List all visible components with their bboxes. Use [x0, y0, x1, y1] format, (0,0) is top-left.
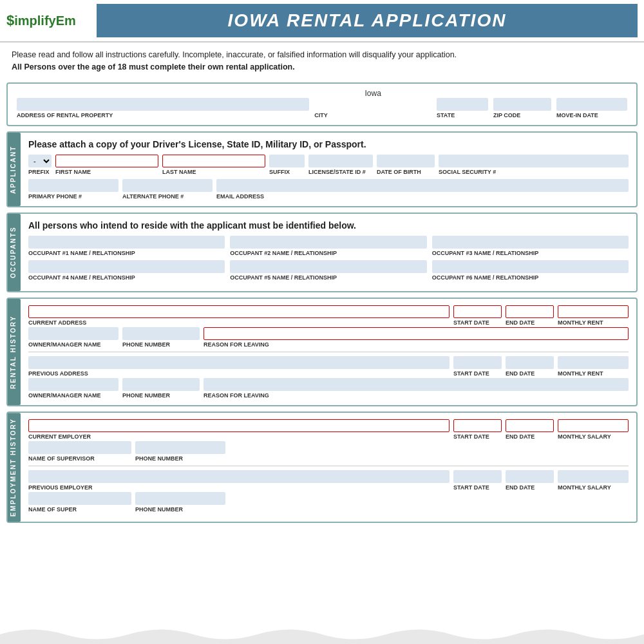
alt-phone-input[interactable] — [122, 179, 213, 192]
occupants-section: OCCUPANTS All persons who intend to resi… — [6, 213, 638, 292]
occupants-title: All persons who intend to reside with th… — [28, 220, 629, 231]
rh-end-input[interactable] — [506, 305, 554, 318]
property-city-label: CITY — [314, 112, 431, 118]
occ6-input[interactable] — [432, 260, 629, 273]
rh-prev-row2: OWNER/MANAGER NAME PHONE NUMBER REASON F… — [28, 378, 629, 399]
lastname-input[interactable] — [162, 155, 265, 167]
suffix-input[interactable] — [269, 155, 305, 167]
rh-prev-row1: PREVIOUS ADDRESS START DATE END DATE MON… — [28, 356, 629, 377]
page-title: IOWA RENTAL APPLICATION — [97, 4, 638, 37]
rh-reason-input[interactable] — [204, 327, 629, 340]
rh-prev-rent-input[interactable] — [558, 356, 629, 369]
rh-reason-label: REASON FOR LEAVING — [204, 341, 629, 348]
rh-prev-addr-input[interactable] — [28, 356, 450, 369]
rh-phone-input[interactable] — [122, 327, 200, 340]
email-input[interactable] — [216, 179, 629, 192]
rh-prev-owner-input[interactable] — [28, 378, 118, 391]
dob-label: DATE OF BIRTH — [377, 169, 435, 175]
rh-prev-start-input[interactable] — [453, 356, 502, 369]
eh-prev-employer-group: PREVIOUS EMPLOYER — [28, 470, 450, 491]
eh-start-input[interactable] — [453, 419, 502, 432]
rental-history-section: RENTAL HISTORY CURRENT ADDRESS START DAT… — [6, 298, 638, 406]
rh-current-addr-input[interactable] — [28, 305, 450, 318]
rh-prev-rent-label: MONTHLY RENT — [558, 370, 629, 377]
rh-prev-rent-group: MONTHLY RENT — [558, 356, 629, 377]
email-label: EMAIL ADDRESS — [216, 193, 629, 200]
rh-prev-reason-input[interactable] — [204, 378, 629, 391]
employment-history-section: EMPLOYMENT HISTORY CURRENT EMPLOYER STAR… — [6, 412, 638, 523]
eh-prev-super-row: NAME OF SUPER PHONE NUMBER — [28, 492, 629, 513]
eh-prev-employer-input[interactable] — [28, 470, 450, 483]
occ2-group: OCCUPANT #2 NAME / RELATIONSHIP — [230, 236, 426, 256]
eh-prev-end-input[interactable] — [506, 470, 554, 483]
dob-input[interactable] — [377, 155, 435, 167]
rh-owner-input[interactable] — [28, 327, 118, 340]
eh-spacer — [229, 441, 629, 462]
occ4-input[interactable] — [28, 260, 225, 273]
occ6-label: OCCUPANT #6 NAME / RELATIONSHIP — [432, 274, 629, 281]
property-movein-group: MOVE-IN DATE — [556, 98, 627, 118]
occupants-tab: OCCUPANTS — [8, 214, 21, 291]
lastname-label: LAST NAME — [162, 169, 265, 175]
occupants-row2: OCCUPANT #4 NAME / RELATIONSHIP OCCUPANT… — [28, 260, 629, 281]
eh-prev-phone-group: PHONE NUMBER — [135, 492, 225, 513]
eh-prev-salary-input[interactable] — [558, 470, 629, 483]
rental-history-inner: CURRENT ADDRESS START DATE END DATE MONT… — [21, 299, 636, 405]
rh-prev-end-input[interactable] — [506, 356, 554, 369]
eh-current-row1: CURRENT EMPLOYER START DATE END DATE MON… — [28, 419, 629, 440]
eh-salary-input[interactable] — [558, 419, 629, 432]
prefix-select[interactable]: -Mr.Ms.Mrs.Dr. — [28, 155, 52, 167]
eh-prev-salary-group: MONTHLY SALARY — [558, 470, 629, 491]
occ1-input[interactable] — [28, 236, 225, 249]
property-zip-input[interactable] — [493, 98, 551, 111]
eh-prev-start-group: START DATE — [453, 470, 502, 491]
occ4-label: OCCUPANT #4 NAME / RELATIONSHIP — [28, 274, 225, 281]
occ2-input[interactable] — [230, 236, 426, 249]
eh-start-label: START DATE — [453, 433, 502, 440]
applicant-inner: Please attach a copy of your Driver's Li… — [21, 133, 636, 206]
eh-prev-start-input[interactable] — [453, 470, 502, 483]
firstname-input[interactable] — [55, 155, 158, 167]
rental-history-tab: RENTAL HISTORY — [8, 299, 21, 405]
property-address-input[interactable] — [17, 98, 309, 111]
ssn-input[interactable] — [439, 155, 629, 167]
occ5-input[interactable] — [230, 260, 426, 273]
eh-prev-super-label: NAME OF SUPER — [28, 506, 131, 513]
property-state-input[interactable] — [437, 98, 488, 111]
rh-rent-input[interactable] — [558, 305, 629, 318]
page: $ implifyEm IOWA RENTAL APPLICATION Plea… — [0, 0, 644, 644]
eh-prev-start-label: START DATE — [453, 484, 502, 491]
rh-current-addr-group: CURRENT ADDRESS — [28, 305, 450, 326]
eh-phone-label: PHONE NUMBER — [135, 455, 225, 462]
eh-phone-input[interactable] — [135, 441, 225, 454]
occ3-input[interactable] — [432, 236, 629, 249]
property-city-group: Iowa CITY — [314, 89, 431, 118]
eh-end-input[interactable] — [506, 419, 554, 432]
rh-reason-group: REASON FOR LEAVING — [204, 327, 629, 348]
eh-prev-super-input[interactable] — [28, 492, 131, 505]
occ2-label: OCCUPANT #2 NAME / RELATIONSHIP — [230, 250, 426, 256]
license-label: LICENSE/STATE ID # — [308, 169, 373, 175]
wavy-decoration — [0, 625, 644, 644]
rh-owner-group: OWNER/MANAGER NAME — [28, 327, 118, 348]
property-movein-input[interactable] — [556, 98, 627, 111]
eh-super-input[interactable] — [28, 441, 131, 454]
primary-phone-label: PRIMARY PHONE # — [28, 193, 118, 200]
property-address-group: ADDRESS OF RENTAL PROPERTY — [17, 98, 309, 118]
rh-prev-phone-label: PHONE NUMBER — [122, 392, 200, 399]
property-address-label: ADDRESS OF RENTAL PROPERTY — [17, 112, 309, 118]
alt-phone-group: ALTERNATE PHONE # — [122, 179, 213, 200]
firstname-label: FIRST NAME — [55, 169, 158, 175]
applicant-contact-row: PRIMARY PHONE # ALTERNATE PHONE # EMAIL … — [28, 179, 629, 200]
eh-employer-input[interactable] — [28, 419, 450, 432]
rh-prev-phone-group: PHONE NUMBER — [122, 378, 200, 399]
license-input[interactable] — [308, 155, 373, 167]
rh-prev-phone-input[interactable] — [122, 378, 200, 391]
primary-phone-input[interactable] — [28, 179, 118, 192]
rh-start-group: START DATE — [453, 305, 502, 326]
rh-prev-owner-group: OWNER/MANAGER NAME — [28, 378, 118, 399]
eh-prev-phone-input[interactable] — [135, 492, 225, 505]
eh-prev-row1: PREVIOUS EMPLOYER START DATE END DATE MO… — [28, 470, 629, 491]
rh-divider — [28, 352, 629, 352]
rh-start-input[interactable] — [453, 305, 502, 318]
